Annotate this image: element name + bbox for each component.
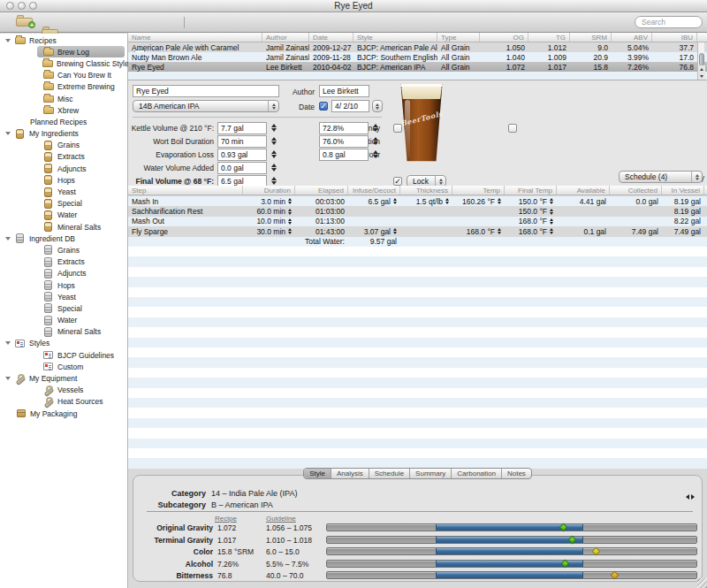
sidebar-item-yeast[interactable]: Yeast xyxy=(0,291,127,302)
column-header-step[interactable]: Step xyxy=(128,186,243,195)
column-header-elapsed[interactable]: Elapsed xyxy=(295,186,348,195)
tab-summary[interactable]: Summary xyxy=(409,469,451,478)
value-stepper-icon[interactable] xyxy=(550,209,553,215)
tab-carbonation[interactable]: Carbonation xyxy=(451,469,501,478)
sidebar-item-xbrew[interactable]: Xbrew xyxy=(0,104,127,116)
column-header-available[interactable]: Available xyxy=(557,186,610,195)
value-stepper-icon[interactable] xyxy=(288,228,292,234)
sidebar-item-water[interactable]: Water xyxy=(0,210,127,221)
tab-style[interactable]: Style xyxy=(304,469,331,478)
sidebar-item-heat-sources[interactable]: Heat Sources xyxy=(0,396,127,408)
date-input[interactable] xyxy=(331,100,369,112)
efficiency-checkbox[interactable] xyxy=(508,124,517,133)
recipe-table-scrollbar[interactable] xyxy=(697,42,704,80)
column-header-srm[interactable]: SRM xyxy=(570,33,612,42)
sidebar-item-mineral-salts[interactable]: Mineral Salts xyxy=(0,221,127,233)
value-stepper-icon[interactable] xyxy=(393,198,397,204)
scroll-up-icon[interactable] xyxy=(698,65,705,73)
disclosure-triangle-icon[interactable] xyxy=(5,132,11,135)
column-header-ibu[interactable]: IBU xyxy=(652,33,697,42)
date-checkbox[interactable]: ✓ xyxy=(319,102,328,111)
sidebar-item-water[interactable]: Water xyxy=(0,315,127,326)
column-header-name[interactable]: Name xyxy=(128,33,262,42)
field-stepper-icon[interactable] xyxy=(271,177,277,185)
sidebar-item-special[interactable]: Special xyxy=(0,198,127,210)
sidebar-item-special[interactable]: Special xyxy=(0,302,127,314)
schedule-row[interactable]: Fly Sparge30.0 min01:43:003.07 gal168.0 … xyxy=(128,226,707,236)
column-header-duration[interactable]: Duration xyxy=(243,186,295,195)
field-stepper-icon[interactable] xyxy=(373,137,378,145)
sidebar-item-grains[interactable]: Grains xyxy=(0,244,127,256)
schedule-row[interactable]: Mash Out10.0 min01:13:00168.0 °F8.22 gal xyxy=(128,217,707,226)
disclosure-triangle-icon[interactable] xyxy=(5,377,11,380)
column-header-author[interactable]: Author xyxy=(262,33,309,42)
final-volume-checkbox[interactable]: ✓ xyxy=(393,177,402,186)
column-header-in-vessel[interactable]: In Vessel xyxy=(662,186,704,195)
value-stepper-icon[interactable] xyxy=(498,198,501,204)
column-header-temp[interactable]: Temp xyxy=(452,186,505,195)
search-input[interactable] xyxy=(635,16,703,28)
new-folder-button[interactable]: + xyxy=(16,15,33,27)
recipe-row[interactable]: American Pale Ale with CaramelJamil Zain… xyxy=(128,42,707,52)
column-header-style[interactable]: Style xyxy=(354,33,437,42)
field-stepper-icon[interactable] xyxy=(373,150,378,158)
scrollbar-thumb[interactable] xyxy=(699,53,704,66)
sidebar-item-ingredient-db[interactable]: Ingredient DB xyxy=(0,233,127,244)
disclosure-triangle-icon[interactable] xyxy=(5,39,11,42)
schedule-row[interactable]: Sachharification Rest60.0 min01:03:00150… xyxy=(128,206,707,216)
sidebar-item-brewing-classic-styles[interactable]: Brewing Classic Styles xyxy=(0,57,127,69)
column-header-collected[interactable]: Collected xyxy=(610,186,662,195)
sidebar-item-styles[interactable]: Styles xyxy=(0,338,127,349)
sidebar-item-custom[interactable]: Custom xyxy=(0,361,127,372)
value-stepper-icon[interactable] xyxy=(550,228,553,234)
date-stepper[interactable] xyxy=(372,100,383,112)
column-header-infuse-decoct[interactable]: Infuse/Decoct xyxy=(348,186,400,195)
field-input[interactable] xyxy=(319,149,369,161)
flip-arrows-icon[interactable] xyxy=(686,494,695,500)
value-stepper-icon[interactable] xyxy=(498,228,501,234)
sidebar-item-yeast[interactable]: Yeast xyxy=(0,186,127,197)
value-stepper-icon[interactable] xyxy=(288,218,292,225)
tab-schedule[interactable]: Schedule xyxy=(369,469,409,478)
field-input[interactable] xyxy=(319,122,369,134)
value-stepper-icon[interactable] xyxy=(288,209,292,215)
sidebar-item-can-you-brew-it[interactable]: Can You Brew It xyxy=(0,70,127,81)
schedule-row[interactable]: Mash In3.0 min00:03:006.5 gal1.5 qt/lb16… xyxy=(128,196,707,206)
value-stepper-icon[interactable] xyxy=(445,198,449,204)
sidebar-item-recipes[interactable]: Recipes xyxy=(0,34,127,46)
column-header-type[interactable]: Type xyxy=(437,33,480,42)
value-stepper-icon[interactable] xyxy=(288,198,292,204)
field-input[interactable] xyxy=(319,135,369,148)
sidebar-item-misc[interactable]: Misc xyxy=(0,93,127,104)
column-header-final-temp[interactable]: Final Temp xyxy=(505,186,557,195)
value-stepper-icon[interactable] xyxy=(393,228,397,234)
tab-notes[interactable]: Notes xyxy=(501,469,531,478)
sidebar-item-brew-log[interactable]: Brew Log xyxy=(0,46,127,57)
sidebar-item-my-packaging[interactable]: My Packaging xyxy=(0,408,127,419)
sidebar-item-extreme-brewing[interactable]: Extreme Brewing xyxy=(0,81,127,93)
recipe-row[interactable]: Nutty Man Brown AleJamil Zainasheff2009-… xyxy=(128,52,707,62)
sidebar-item-hops[interactable]: Hops xyxy=(0,279,127,291)
field-input[interactable] xyxy=(217,162,267,174)
author-input[interactable] xyxy=(319,85,369,97)
style-popup[interactable]: 14B American IPA xyxy=(133,100,279,112)
column-header-date[interactable]: Date xyxy=(309,33,354,42)
disclosure-triangle-icon[interactable] xyxy=(5,341,11,345)
column-header-thickness[interactable]: Thickness xyxy=(400,186,452,195)
field-stepper-icon[interactable] xyxy=(271,164,277,172)
sidebar-item-mineral-salts[interactable]: Mineral Salts xyxy=(0,326,127,338)
recipe-row[interactable]: Rye EyedLee Birkett2010-04-02BJCP: Ameri… xyxy=(128,62,707,72)
sidebar-item-my-equipment[interactable]: My Equipment xyxy=(0,372,127,384)
display-popup[interactable]: Schedule (4) xyxy=(619,171,703,183)
value-stepper-icon[interactable] xyxy=(550,198,553,204)
sidebar-item-adjuncts[interactable]: Adjuncts xyxy=(0,268,127,279)
column-header-tg[interactable]: TG xyxy=(528,33,570,42)
resize-grip[interactable] xyxy=(697,578,707,588)
scroll-down-icon[interactable] xyxy=(698,73,705,80)
field-stepper-icon[interactable] xyxy=(373,124,378,132)
value-stepper-icon[interactable] xyxy=(550,218,553,225)
sidebar-item-vessels[interactable]: Vessels xyxy=(0,385,127,396)
column-header-abv[interactable]: ABV xyxy=(612,33,652,42)
sidebar-item-bjcp-guidelines[interactable]: BJCP Guidelines xyxy=(0,349,127,361)
disclosure-triangle-icon[interactable] xyxy=(5,237,11,241)
